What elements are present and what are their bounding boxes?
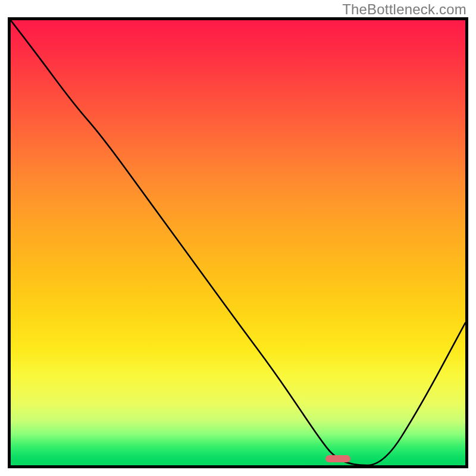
curve-path bbox=[11, 20, 465, 465]
optimal-marker bbox=[325, 455, 350, 462]
chart-root: TheBottleneck.com bbox=[0, 0, 476, 476]
watermark-label: TheBottleneck.com bbox=[342, 1, 466, 18]
plot-frame bbox=[8, 17, 468, 468]
bottleneck-curve bbox=[11, 20, 465, 465]
